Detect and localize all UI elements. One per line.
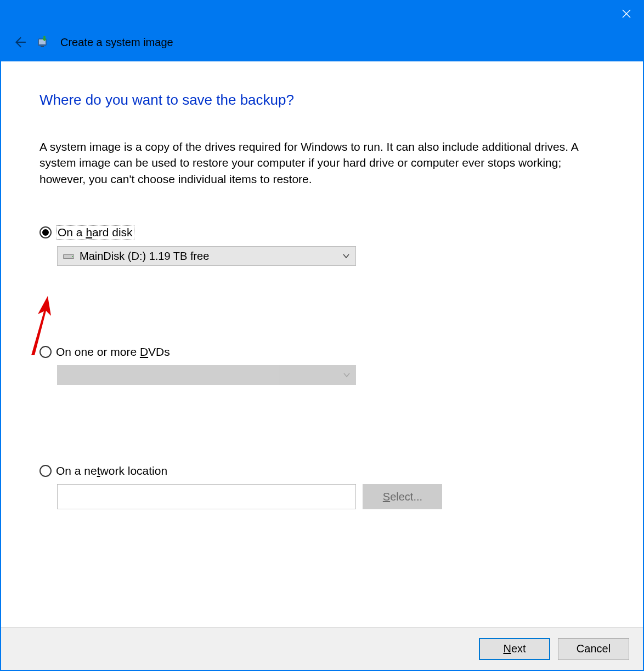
back-button[interactable] bbox=[12, 35, 27, 50]
content-area: Where do you want to save the backup? A … bbox=[1, 61, 643, 627]
wizard-window: Create a system image Where do you want … bbox=[0, 0, 644, 671]
close-button[interactable] bbox=[610, 1, 643, 26]
header-bar: Create a system image bbox=[1, 31, 643, 61]
option-network: On a network location Select... bbox=[39, 464, 605, 509]
system-image-icon bbox=[37, 36, 50, 49]
svg-point-8 bbox=[72, 256, 73, 257]
drive-icon bbox=[63, 252, 74, 260]
radio-dvd[interactable] bbox=[39, 346, 52, 358]
chevron-down-icon bbox=[343, 371, 351, 379]
page-description: A system image is a copy of the drives r… bbox=[39, 139, 605, 187]
option-dvd: On one or more DVDs bbox=[39, 345, 605, 385]
close-icon bbox=[622, 9, 631, 18]
title-bar bbox=[1, 1, 643, 31]
radio-network-row[interactable]: On a network location bbox=[39, 464, 605, 477]
radio-dvd-row[interactable]: On one or more DVDs bbox=[39, 345, 605, 359]
network-path-input[interactable] bbox=[57, 484, 356, 509]
network-select-button: Select... bbox=[363, 484, 442, 509]
radio-network[interactable] bbox=[39, 465, 52, 477]
hard-disk-dropdown[interactable]: MainDisk (D:) 1.19 TB free bbox=[57, 246, 356, 266]
back-arrow-icon bbox=[13, 35, 27, 49]
radio-hard-disk-label: On a hard disk bbox=[56, 225, 134, 240]
hard-disk-selected-value: MainDisk (D:) 1.19 TB free bbox=[80, 250, 337, 263]
radio-network-label: On a network location bbox=[56, 464, 167, 477]
radio-hard-disk-row[interactable]: On a hard disk bbox=[39, 225, 605, 240]
svg-rect-5 bbox=[41, 46, 44, 47]
page-heading: Where do you want to save the backup? bbox=[39, 92, 605, 109]
chevron-down-icon bbox=[342, 252, 350, 260]
option-hard-disk: On a hard disk MainDisk (D:) 1.19 TB fre… bbox=[39, 225, 605, 266]
radio-dvd-label: On one or more DVDs bbox=[56, 345, 170, 359]
dvd-dropdown bbox=[57, 365, 356, 385]
next-button[interactable]: Next bbox=[479, 638, 550, 660]
window-title: Create a system image bbox=[60, 36, 173, 49]
cancel-button[interactable]: Cancel bbox=[558, 638, 629, 660]
radio-hard-disk[interactable] bbox=[39, 226, 52, 238]
footer-bar: Next Cancel bbox=[1, 627, 643, 670]
